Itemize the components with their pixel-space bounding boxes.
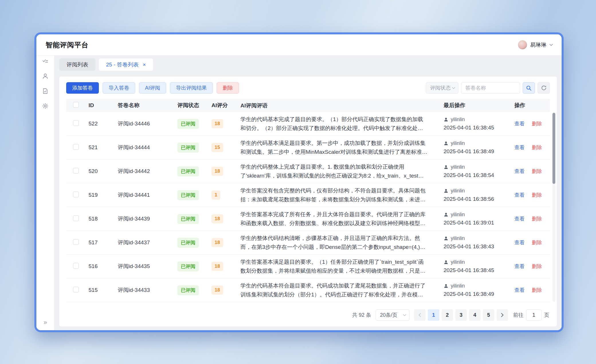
ai-review-button[interactable]: AI评阅 [139,82,166,94]
person-icon [444,284,448,288]
next-page-button[interactable] [497,309,508,321]
tab-answer-list[interactable]: 25 - 答卷列表 × [99,58,153,71]
refresh-icon [541,85,547,91]
row-checkbox[interactable] [73,215,79,221]
status-filter-placeholder: 评阅状态 [430,84,451,91]
view-link[interactable]: 查看 [514,168,525,174]
person-icon [444,141,448,146]
page-button-3[interactable]: 3 [455,309,467,321]
operator-name: yilinlin [451,140,465,146]
row-answer-name: 评阅id-34442 [118,168,177,175]
row-id: 519 [89,192,118,198]
view-link[interactable]: 查看 [514,145,525,150]
row-last-operation: yilinlin 2025-04-01 16:38:54 [444,164,514,178]
header-id: ID [89,102,118,109]
add-answer-button[interactable]: 添加答卷 [66,82,99,94]
header-name: 答卷名称 [118,102,177,109]
row-answer-name: 评阅id-34435 [118,263,177,270]
row-id: 515 [89,287,118,293]
page-button-1[interactable]: 1 [428,309,439,321]
page-button-2[interactable]: 2 [442,309,453,321]
avatar [518,40,527,50]
delete-button[interactable]: 删除 [217,82,239,94]
delete-row-link[interactable]: 删除 [532,192,542,198]
table-row: 515 评阅id-34433 已评阅 18 学生的代码基本符合题目要求。代码成功… [66,278,550,302]
goto-page-input[interactable] [526,309,542,321]
status-badge: 已评阅 [177,143,199,153]
view-link[interactable]: 查看 [514,192,525,198]
page-size-select[interactable]: 20条/页 [376,309,409,321]
view-link[interactable]: 查看 [514,263,525,269]
delete-row-link[interactable]: 删除 [532,263,542,269]
row-ai-comment: 学生的代码基本符合题目要求。代码成功加载了鸢尾花数据集，并正确进行了训练集和测试… [240,281,444,299]
tab-review-list[interactable]: 评阅列表 [59,58,95,71]
score-badge: 18 [211,262,223,271]
delete-row-link[interactable]: 删除 [532,121,542,127]
header-score: AI评分 [211,102,240,109]
operator-name: yilinlin [451,117,465,123]
close-icon[interactable]: × [143,62,146,67]
row-checkbox[interactable] [73,287,79,292]
row-checkbox[interactable] [73,263,79,269]
row-checkbox[interactable] [73,168,79,174]
score-badge: 18 [211,167,223,176]
operator-name: yilinlin [451,188,465,194]
scrollbar-thumb[interactable] [552,113,555,184]
page-button-4[interactable]: 4 [469,309,481,321]
total-count: 共 92 条 [352,312,371,318]
page-button-5[interactable]: 5 [483,309,494,321]
person-icon [444,117,448,122]
row-id: 517 [89,239,118,246]
refresh-button[interactable] [538,82,550,94]
delete-row-link[interactable]: 删除 [532,145,542,150]
search-button[interactable] [523,82,535,94]
table-scrollbar[interactable] [552,112,555,302]
sidebar: » [36,56,54,330]
table-row: 519 评阅id-34441 已评阅 1 学生答案没有包含完整的代码，仅有部分结… [66,183,550,207]
row-last-operation: yilinlin 2025-04-01 16:38:49 [444,283,514,297]
operation-time: 2025-04-01 16:38:49 [444,291,514,297]
table-body: 522 评阅id-34446 已评阅 18 学生的代码基本完成了题目的要求。（1… [66,112,550,302]
row-last-operation: yilinlin 2025-04-01 16:38:49 [444,140,514,155]
status-filter-select[interactable]: 评阅状态 [426,82,458,94]
delete-row-link[interactable]: 删除 [532,240,542,245]
score-badge: 18 [211,119,223,128]
row-ai-comment: 学生答案基本完成了所有任务，并且大体符合题目要求。代码使用了正确的库和函数来载入… [240,210,444,228]
view-link[interactable]: 查看 [514,216,525,222]
delete-row-link[interactable]: 删除 [532,216,542,222]
export-results-button[interactable]: 导出评阅结果 [170,82,213,94]
score-badge: 18 [211,214,223,223]
view-link[interactable]: 查看 [514,240,525,245]
sidebar-collapse-button[interactable]: » [36,319,54,326]
row-last-operation: yilinlin 2025-04-01 16:38:45 [444,117,514,131]
tab-bar: 评阅列表 25 - 答卷列表 × [59,58,557,71]
row-checkbox[interactable] [73,120,79,126]
search-input[interactable] [461,82,520,94]
user-menu[interactable]: 易琳琳 [518,40,553,50]
operation-time: 2025-04-01 16:38:54 [444,172,514,178]
row-answer-name: 评阅id-34439 [118,215,177,223]
prev-page-button[interactable] [414,309,426,321]
select-all-checkbox[interactable] [73,102,79,108]
review-list-icon[interactable] [36,58,54,65]
user-icon[interactable] [36,73,54,80]
status-badge: 已评阅 [177,190,199,200]
operation-time: 2025-04-01 16:38:45 [444,267,514,274]
delete-row-link[interactable]: 删除 [532,287,542,293]
delete-row-link[interactable]: 删除 [532,168,542,174]
operation-time: 2025-04-01 16:38:49 [444,148,514,155]
import-answer-button[interactable]: 导入答卷 [103,82,135,94]
row-checkbox[interactable] [73,239,79,245]
row-ai-comment: 学生的代码整体上完成了题目要求。1. 数据集的加载和划分正确使用了'sklear… [240,162,444,180]
row-checkbox[interactable] [73,192,79,197]
table-row: 520 评阅id-34442 已评阅 18 学生的代码整体上完成了题目要求。1.… [66,160,550,183]
row-checkbox[interactable] [73,144,79,150]
document-icon[interactable] [36,88,54,95]
row-answer-name: 评阅id-34446 [118,120,177,127]
header-comment: AI评阅评语 [240,101,444,110]
view-link[interactable]: 查看 [514,121,525,127]
settings-icon[interactable] [36,103,54,109]
answers-table: ID 答卷名称 评阅状态 AI评分 AI评阅评语 最后操作 操作 522 评阅i… [66,99,550,305]
view-link[interactable]: 查看 [514,287,525,293]
person-icon [444,260,448,265]
